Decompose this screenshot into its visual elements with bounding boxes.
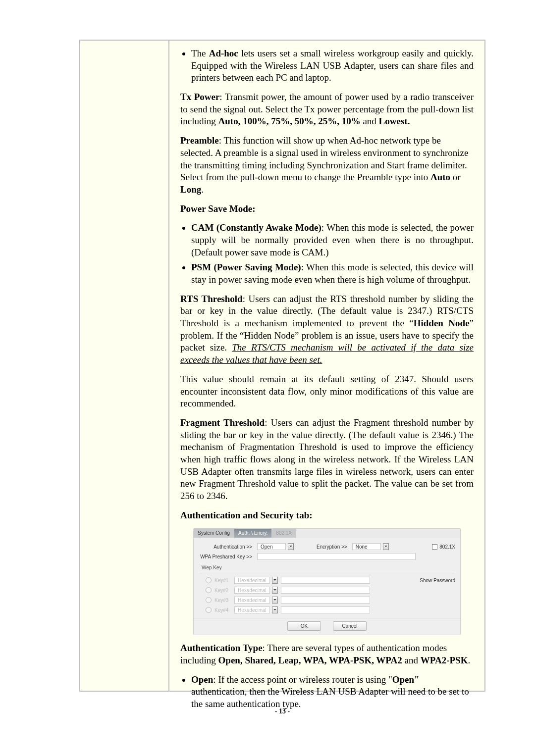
content-table: The Ad-hoc lets users set a small wirele…	[79, 40, 485, 692]
rts-paragraph-1: RTS Threshold: Users can adjust the RTS …	[180, 293, 474, 366]
wep-key-row-4: Key#4 Hexadecimal	[199, 605, 455, 615]
wep-key-label-2: Key#2	[214, 587, 231, 594]
auth-type-paragraph: Authentication Type: There are several t…	[180, 642, 474, 666]
chevron-down-icon[interactable]	[288, 543, 294, 550]
wep-key-mode-3[interactable]: Hexadecimal	[234, 597, 278, 604]
page-number: 13	[279, 707, 286, 715]
psm-psm-item: PSM (Power Saving Mode): When this mode …	[191, 261, 474, 286]
auth-label: Authentication >>	[199, 544, 254, 550]
wep-key-label-1: Key#1	[214, 577, 231, 584]
left-column	[80, 41, 169, 691]
encryption-select-value: None	[352, 543, 381, 550]
chevron-down-icon[interactable]	[272, 577, 278, 584]
wep-key-radio-2[interactable]	[206, 587, 212, 593]
tab-auth-encry[interactable]: Auth. \ Encry.	[234, 529, 272, 538]
tab-system-config[interactable]: System Config	[194, 529, 234, 538]
page-sheet: The Ad-hoc lets users set a small wirele…	[79, 40, 485, 726]
wep-key-input-2[interactable]	[281, 587, 370, 594]
auth-select[interactable]: Open	[257, 543, 294, 550]
wpa-label: WPA Preshared Key >>	[199, 554, 254, 560]
wep-key-row-3: Key#3 Hexadecimal	[199, 595, 455, 605]
wep-key-mode-2[interactable]: Hexadecimal	[234, 587, 278, 594]
wep-key-radio-1[interactable]	[206, 577, 212, 583]
wep-key-mode-value-1: Hexadecimal	[234, 577, 270, 584]
psm-cam-item: CAM (Constantly Awake Mode): When this m…	[191, 222, 474, 258]
wpa-row: WPA Preshared Key >>	[199, 552, 455, 561]
wep-key-mode-4[interactable]: Hexadecimal	[234, 606, 278, 613]
auth-row: Authentication >> Open Encryption >> Non…	[199, 542, 455, 552]
wpa-key-input[interactable]	[257, 553, 416, 560]
page-footer: - 13 -	[79, 707, 485, 715]
encryption-select[interactable]: None	[352, 543, 389, 550]
psm-list: CAM (Constantly Awake Mode): When this m…	[180, 222, 474, 286]
right-column: The Ad-hoc lets users set a small wirele…	[169, 41, 484, 691]
show-password-label: Show Password	[420, 577, 455, 584]
dot1x-checkbox[interactable]: 802.1X	[432, 544, 455, 550]
footer-dash-left: -	[275, 707, 279, 715]
wep-key-radio-4[interactable]	[206, 607, 212, 613]
txpower-paragraph: Tx Power: Transmit power, the amount of …	[180, 91, 474, 128]
wep-key-row-1: Key#1 Hexadecimal Show Password	[199, 575, 455, 585]
auth-select-value: Open	[257, 543, 286, 550]
wep-key-row-2: Key#2 Hexadecimal	[199, 585, 455, 595]
wep-key-group: Key#1 Hexadecimal Show Password	[199, 573, 455, 615]
wep-key-radio-3[interactable]	[206, 597, 212, 603]
wep-key-input-4[interactable]	[281, 606, 370, 613]
chevron-down-icon[interactable]	[272, 597, 278, 604]
wep-key-input-1[interactable]	[281, 577, 370, 584]
wep-group-title: Wep Key	[202, 564, 455, 571]
auth-open-item: Open: If the access point or wireless ro…	[191, 674, 474, 710]
preamble-paragraph: Preamble: This function will show up whe…	[180, 135, 474, 196]
show-password-checkbox[interactable]: Show Password	[418, 577, 455, 584]
footer-dash-right: -	[288, 707, 290, 715]
wep-key-label-3: Key#3	[214, 597, 231, 604]
rts-paragraph-2: This value should remain at its default …	[180, 373, 474, 410]
fragment-paragraph: Fragment Threshold: Users can adjust the…	[180, 417, 474, 503]
tab-8021x[interactable]: 802.1X	[272, 529, 296, 538]
auth-security-dialog: System Config Auth. \ Encry. 802.1X Auth…	[193, 528, 461, 635]
wep-key-mode-value-3: Hexadecimal	[234, 597, 270, 604]
dot1x-checkbox-label: 802.1X	[439, 544, 455, 550]
auth-security-heading: Authentication and Security tab:	[180, 509, 474, 522]
chevron-down-icon[interactable]	[383, 543, 389, 550]
chevron-down-icon[interactable]	[272, 587, 278, 594]
auth-open-list: Open: If the access point or wireless ro…	[180, 674, 474, 710]
wep-key-mode-1[interactable]: Hexadecimal	[234, 577, 278, 584]
ui-screenshot-wrap: System Config Auth. \ Encry. 802.1X Auth…	[180, 528, 474, 635]
dialog-tabs: System Config Auth. \ Encry. 802.1X	[194, 529, 460, 538]
ok-button[interactable]: OK	[287, 621, 321, 631]
wep-key-input-3[interactable]	[281, 597, 370, 604]
encryption-label: Encryption >>	[317, 544, 349, 550]
dialog-body: Authentication >> Open Encryption >> Non…	[194, 538, 460, 618]
dialog-buttons: OK Cancel	[194, 618, 460, 635]
wep-key-mode-value-2: Hexadecimal	[234, 587, 270, 594]
adhoc-item: The Ad-hoc lets users set a small wirele…	[191, 48, 474, 84]
wep-key-label-4: Key#4	[214, 607, 231, 613]
cancel-button[interactable]: Cancel	[333, 621, 367, 631]
checkbox-box	[432, 544, 437, 550]
adhoc-list: The Ad-hoc lets users set a small wirele…	[180, 48, 474, 84]
power-save-mode-heading: Power Save Mode:	[180, 203, 474, 215]
chevron-down-icon[interactable]	[272, 606, 278, 613]
wep-key-mode-value-4: Hexadecimal	[234, 606, 270, 613]
